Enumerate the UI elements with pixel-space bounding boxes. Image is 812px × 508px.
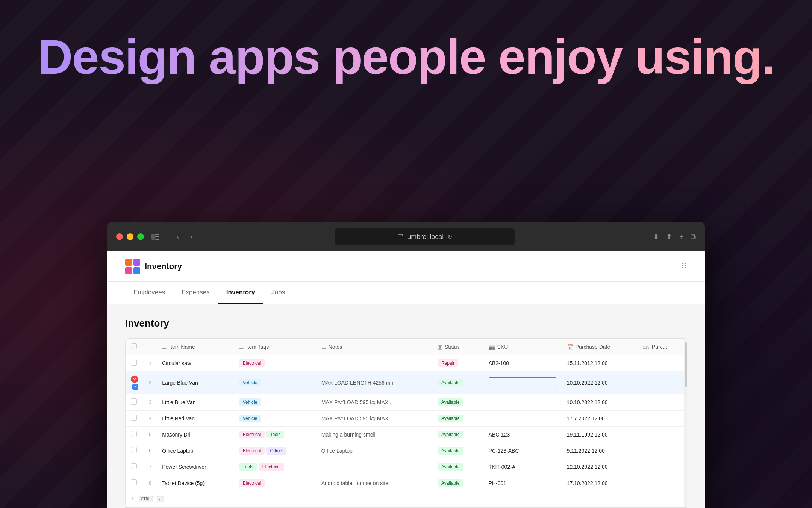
row-number: 5 — [144, 426, 157, 443]
row-checkbox-cell[interactable] — [126, 475, 144, 491]
svg-rect-6 — [125, 267, 132, 274]
row-checkbox-cell[interactable] — [126, 394, 144, 410]
browser-chrome: ‹ › 🛡 umbrel.local ↻ ⬇ ⬆ + ⧉ — [107, 222, 705, 251]
header-checkbox[interactable] — [126, 339, 144, 355]
sku-cell-editing[interactable] — [483, 371, 562, 394]
item-notes: MAX LOAD LENGTH 4256 mm — [316, 371, 432, 394]
nav-employees[interactable]: Employees — [125, 282, 173, 304]
address-bar[interactable]: 🛡 umbrel.local ↻ — [335, 228, 515, 245]
status-badge: Available — [438, 463, 463, 471]
status-badge: Available — [438, 398, 463, 406]
nav-expenses[interactable]: Expenses — [173, 282, 218, 304]
row-checkbox[interactable] — [131, 479, 137, 485]
grid-menu-icon[interactable]: ⠿ — [681, 262, 687, 271]
row-checkbox[interactable] — [131, 415, 137, 421]
reload-icon[interactable]: ↻ — [447, 233, 452, 240]
sku-cell: PC-123-ABC — [483, 443, 562, 459]
header-notes[interactable]: ☰Notes — [316, 339, 432, 355]
vertical-scrollbar[interactable] — [684, 338, 687, 507]
sku-cell: ABC-123 — [483, 426, 562, 443]
new-tab-icon[interactable]: + — [679, 233, 684, 241]
header-status[interactable]: ▣Status — [432, 339, 483, 355]
traffic-lights — [116, 233, 144, 240]
row-checkbox-cell[interactable] — [126, 410, 144, 426]
row-checkbox-cell[interactable] — [126, 426, 144, 443]
row-checkbox-cell[interactable] — [126, 355, 144, 371]
item-notes: Office Laptop — [316, 443, 432, 459]
main-content: Inventory ☰Item Name ☰Item Tags — [107, 304, 705, 508]
purchase-date: 10.10.2022 12:00 — [562, 371, 638, 394]
row-checkbox-cell[interactable] — [126, 459, 144, 475]
tag-tools: Tools — [266, 431, 284, 438]
item-status: Available — [432, 410, 483, 426]
browser-nav: ‹ › — [173, 231, 197, 242]
back-button[interactable]: ‹ — [173, 231, 183, 242]
maximize-button[interactable] — [137, 233, 144, 240]
header-item-name[interactable]: ☰Item Name — [157, 339, 233, 355]
svg-rect-1 — [155, 234, 159, 235]
tag-vehicle: Vehicle — [239, 379, 261, 386]
item-name: Office Laptop — [157, 443, 233, 459]
purchase-date: 17.7.2022 12:00 — [562, 410, 638, 426]
item-tags: Vehicle — [234, 394, 316, 410]
sku-input[interactable] — [489, 377, 556, 388]
share-icon[interactable]: ⬆ — [666, 232, 673, 241]
item-notes: MAX PAYLOAD 595 kg MAX... — [316, 394, 432, 410]
browser-actions: ⬇ ⬆ + ⧉ — [653, 232, 696, 241]
row-checkbox[interactable] — [131, 447, 137, 453]
nav-inventory[interactable]: Inventory — [218, 282, 264, 304]
row-checkbox[interactable] — [131, 360, 137, 366]
row-checkbox-cell[interactable]: ✕ — [126, 371, 144, 394]
add-row-button[interactable]: + CTRL ↵ — [126, 491, 686, 507]
row-checkbox[interactable] — [131, 463, 137, 469]
minimize-button[interactable] — [127, 233, 133, 240]
item-status: Available — [432, 394, 483, 410]
nav-jobs[interactable]: Jobs — [263, 282, 293, 304]
row-checkbox-cell[interactable] — [126, 443, 144, 459]
row-number: 1 — [144, 355, 157, 371]
header-item-tags[interactable]: ☰Item Tags — [234, 339, 316, 355]
status-badge: Repair — [438, 359, 458, 367]
table-row[interactable]: 4 Little Red Van Vehicle MAX PAYLOAD 595… — [126, 410, 686, 426]
tag-office: Office — [266, 447, 285, 455]
purchase-date: 10.10.2022 12:00 — [562, 394, 638, 410]
row-number: 3 — [144, 394, 157, 410]
item-status: Available — [432, 459, 483, 475]
download-icon[interactable]: ⬇ — [653, 232, 659, 241]
sku-cell: PH-001 — [483, 475, 562, 491]
table-row[interactable]: 6 Office Laptop ElectricalOffice Office … — [126, 443, 686, 459]
table-row[interactable]: 5 Masonry Drill ElectricalTools Making a… — [126, 426, 686, 443]
item-name: Power Screwdriver — [157, 459, 233, 475]
purchase-date: 17.10.2022 12:00 — [562, 475, 638, 491]
header-purchase-date[interactable]: 📅Purchase Date — [562, 339, 638, 355]
table-row[interactable]: ✕ 2 Large Blue Van Vehicle MAX LOAD LENG… — [126, 371, 686, 394]
table-row[interactable]: 3 Little Blue Van Vehicle MAX PAYLOAD 59… — [126, 394, 686, 410]
app-logo-icon — [125, 259, 140, 274]
tag-electrical: Electrical — [239, 431, 265, 438]
row-checkbox[interactable] — [131, 431, 137, 437]
app-logo: Inventory — [125, 259, 182, 274]
sidebar-toggle-icon[interactable] — [150, 231, 161, 242]
sku-cell — [483, 394, 562, 410]
row-checkbox[interactable] — [132, 384, 138, 390]
table-row[interactable]: 8 Tablet Device (5g) Electrical Android … — [126, 475, 686, 491]
vertical-scroll-thumb[interactable] — [685, 342, 687, 387]
delete-row-button[interactable]: ✕ — [131, 376, 138, 383]
app-title: Inventory — [145, 262, 182, 271]
forward-button[interactable]: › — [186, 231, 197, 242]
tabs-overview-icon[interactable]: ⧉ — [691, 233, 696, 241]
row-number: 8 — [144, 475, 157, 491]
item-notes: Android tablet for use on site — [316, 475, 432, 491]
header-purchase-num[interactable]: 123Purc... — [637, 339, 686, 355]
header-sku[interactable]: 📷SKU — [483, 339, 562, 355]
table-row[interactable]: 1 Circular saw Electrical Repair AB2-100… — [126, 355, 686, 371]
purchase-num — [637, 443, 686, 459]
app-header: Inventory ⠿ — [107, 251, 705, 282]
row-checkbox[interactable] — [131, 398, 137, 405]
item-tags: ElectricalTools — [234, 426, 316, 443]
purchase-date: 12.10.2022 12:00 — [562, 459, 638, 475]
close-button[interactable] — [116, 233, 123, 240]
select-all-checkbox[interactable] — [131, 343, 137, 349]
browser-window: ‹ › 🛡 umbrel.local ↻ ⬇ ⬆ + ⧉ — [107, 222, 705, 508]
table-row[interactable]: 7 Power Screwdriver ToolsElectrical Avai… — [126, 459, 686, 475]
